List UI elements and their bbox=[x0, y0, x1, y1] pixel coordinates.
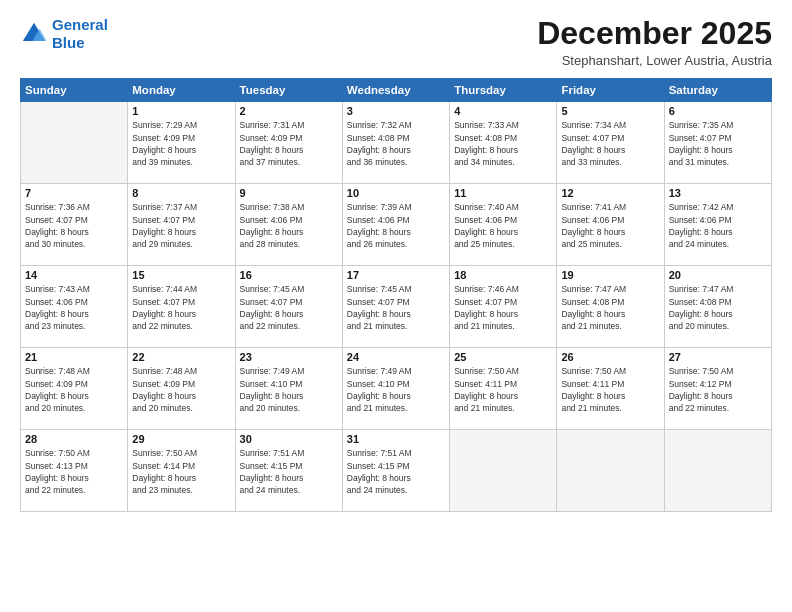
day-info: Sunrise: 7:32 AM Sunset: 4:08 PM Dayligh… bbox=[347, 119, 445, 168]
calendar-cell: 28Sunrise: 7:50 AM Sunset: 4:13 PM Dayli… bbox=[21, 430, 128, 512]
logo-text: General Blue bbox=[52, 16, 108, 52]
day-info: Sunrise: 7:37 AM Sunset: 4:07 PM Dayligh… bbox=[132, 201, 230, 250]
header-row: Sunday Monday Tuesday Wednesday Thursday… bbox=[21, 79, 772, 102]
calendar-cell: 8Sunrise: 7:37 AM Sunset: 4:07 PM Daylig… bbox=[128, 184, 235, 266]
day-info: Sunrise: 7:33 AM Sunset: 4:08 PM Dayligh… bbox=[454, 119, 552, 168]
day-number: 12 bbox=[561, 187, 659, 199]
calendar-week-0: 1Sunrise: 7:29 AM Sunset: 4:09 PM Daylig… bbox=[21, 102, 772, 184]
day-info: Sunrise: 7:38 AM Sunset: 4:06 PM Dayligh… bbox=[240, 201, 338, 250]
calendar-cell: 11Sunrise: 7:40 AM Sunset: 4:06 PM Dayli… bbox=[450, 184, 557, 266]
calendar-cell: 2Sunrise: 7:31 AM Sunset: 4:09 PM Daylig… bbox=[235, 102, 342, 184]
day-number: 3 bbox=[347, 105, 445, 117]
calendar-cell: 4Sunrise: 7:33 AM Sunset: 4:08 PM Daylig… bbox=[450, 102, 557, 184]
day-number: 20 bbox=[669, 269, 767, 281]
calendar-cell: 9Sunrise: 7:38 AM Sunset: 4:06 PM Daylig… bbox=[235, 184, 342, 266]
subtitle: Stephanshart, Lower Austria, Austria bbox=[537, 53, 772, 68]
calendar-cell: 5Sunrise: 7:34 AM Sunset: 4:07 PM Daylig… bbox=[557, 102, 664, 184]
calendar-cell: 12Sunrise: 7:41 AM Sunset: 4:06 PM Dayli… bbox=[557, 184, 664, 266]
calendar-week-1: 7Sunrise: 7:36 AM Sunset: 4:07 PM Daylig… bbox=[21, 184, 772, 266]
day-number: 17 bbox=[347, 269, 445, 281]
day-info: Sunrise: 7:47 AM Sunset: 4:08 PM Dayligh… bbox=[669, 283, 767, 332]
day-number: 2 bbox=[240, 105, 338, 117]
day-info: Sunrise: 7:50 AM Sunset: 4:12 PM Dayligh… bbox=[669, 365, 767, 414]
day-info: Sunrise: 7:31 AM Sunset: 4:09 PM Dayligh… bbox=[240, 119, 338, 168]
day-info: Sunrise: 7:50 AM Sunset: 4:11 PM Dayligh… bbox=[454, 365, 552, 414]
day-number: 21 bbox=[25, 351, 123, 363]
calendar-cell: 27Sunrise: 7:50 AM Sunset: 4:12 PM Dayli… bbox=[664, 348, 771, 430]
day-number: 1 bbox=[132, 105, 230, 117]
day-info: Sunrise: 7:42 AM Sunset: 4:06 PM Dayligh… bbox=[669, 201, 767, 250]
calendar-cell: 21Sunrise: 7:48 AM Sunset: 4:09 PM Dayli… bbox=[21, 348, 128, 430]
calendar-cell: 1Sunrise: 7:29 AM Sunset: 4:09 PM Daylig… bbox=[128, 102, 235, 184]
calendar-cell bbox=[557, 430, 664, 512]
day-number: 30 bbox=[240, 433, 338, 445]
day-info: Sunrise: 7:45 AM Sunset: 4:07 PM Dayligh… bbox=[240, 283, 338, 332]
day-info: Sunrise: 7:51 AM Sunset: 4:15 PM Dayligh… bbox=[347, 447, 445, 496]
day-info: Sunrise: 7:50 AM Sunset: 4:13 PM Dayligh… bbox=[25, 447, 123, 496]
day-number: 6 bbox=[669, 105, 767, 117]
day-info: Sunrise: 7:49 AM Sunset: 4:10 PM Dayligh… bbox=[240, 365, 338, 414]
day-number: 10 bbox=[347, 187, 445, 199]
day-info: Sunrise: 7:43 AM Sunset: 4:06 PM Dayligh… bbox=[25, 283, 123, 332]
th-friday: Friday bbox=[557, 79, 664, 102]
day-info: Sunrise: 7:35 AM Sunset: 4:07 PM Dayligh… bbox=[669, 119, 767, 168]
day-number: 8 bbox=[132, 187, 230, 199]
header: General Blue December 2025 Stephanshart,… bbox=[20, 16, 772, 68]
calendar-week-4: 28Sunrise: 7:50 AM Sunset: 4:13 PM Dayli… bbox=[21, 430, 772, 512]
day-number: 19 bbox=[561, 269, 659, 281]
day-info: Sunrise: 7:41 AM Sunset: 4:06 PM Dayligh… bbox=[561, 201, 659, 250]
day-info: Sunrise: 7:49 AM Sunset: 4:10 PM Dayligh… bbox=[347, 365, 445, 414]
calendar-cell: 22Sunrise: 7:48 AM Sunset: 4:09 PM Dayli… bbox=[128, 348, 235, 430]
calendar-cell: 25Sunrise: 7:50 AM Sunset: 4:11 PM Dayli… bbox=[450, 348, 557, 430]
calendar-cell: 19Sunrise: 7:47 AM Sunset: 4:08 PM Dayli… bbox=[557, 266, 664, 348]
logo-icon bbox=[20, 20, 48, 48]
calendar-cell: 7Sunrise: 7:36 AM Sunset: 4:07 PM Daylig… bbox=[21, 184, 128, 266]
day-info: Sunrise: 7:51 AM Sunset: 4:15 PM Dayligh… bbox=[240, 447, 338, 496]
day-number: 26 bbox=[561, 351, 659, 363]
calendar-cell: 31Sunrise: 7:51 AM Sunset: 4:15 PM Dayli… bbox=[342, 430, 449, 512]
day-number: 27 bbox=[669, 351, 767, 363]
day-number: 29 bbox=[132, 433, 230, 445]
logo-line1: General bbox=[52, 16, 108, 33]
th-tuesday: Tuesday bbox=[235, 79, 342, 102]
day-number: 14 bbox=[25, 269, 123, 281]
calendar-cell: 10Sunrise: 7:39 AM Sunset: 4:06 PM Dayli… bbox=[342, 184, 449, 266]
day-number: 7 bbox=[25, 187, 123, 199]
logo: General Blue bbox=[20, 16, 108, 52]
day-info: Sunrise: 7:40 AM Sunset: 4:06 PM Dayligh… bbox=[454, 201, 552, 250]
logo-line2: Blue bbox=[52, 34, 85, 51]
day-number: 22 bbox=[132, 351, 230, 363]
day-info: Sunrise: 7:50 AM Sunset: 4:14 PM Dayligh… bbox=[132, 447, 230, 496]
day-number: 18 bbox=[454, 269, 552, 281]
day-info: Sunrise: 7:39 AM Sunset: 4:06 PM Dayligh… bbox=[347, 201, 445, 250]
day-info: Sunrise: 7:48 AM Sunset: 4:09 PM Dayligh… bbox=[25, 365, 123, 414]
day-number: 9 bbox=[240, 187, 338, 199]
day-number: 11 bbox=[454, 187, 552, 199]
day-number: 25 bbox=[454, 351, 552, 363]
calendar-cell: 26Sunrise: 7:50 AM Sunset: 4:11 PM Dayli… bbox=[557, 348, 664, 430]
day-number: 24 bbox=[347, 351, 445, 363]
th-saturday: Saturday bbox=[664, 79, 771, 102]
th-sunday: Sunday bbox=[21, 79, 128, 102]
calendar-cell: 13Sunrise: 7:42 AM Sunset: 4:06 PM Dayli… bbox=[664, 184, 771, 266]
day-info: Sunrise: 7:36 AM Sunset: 4:07 PM Dayligh… bbox=[25, 201, 123, 250]
day-number: 31 bbox=[347, 433, 445, 445]
day-info: Sunrise: 7:34 AM Sunset: 4:07 PM Dayligh… bbox=[561, 119, 659, 168]
calendar-cell: 24Sunrise: 7:49 AM Sunset: 4:10 PM Dayli… bbox=[342, 348, 449, 430]
calendar-week-2: 14Sunrise: 7:43 AM Sunset: 4:06 PM Dayli… bbox=[21, 266, 772, 348]
day-number: 4 bbox=[454, 105, 552, 117]
calendar-cell bbox=[21, 102, 128, 184]
calendar-week-3: 21Sunrise: 7:48 AM Sunset: 4:09 PM Dayli… bbox=[21, 348, 772, 430]
calendar-cell: 6Sunrise: 7:35 AM Sunset: 4:07 PM Daylig… bbox=[664, 102, 771, 184]
day-info: Sunrise: 7:29 AM Sunset: 4:09 PM Dayligh… bbox=[132, 119, 230, 168]
calendar-cell: 15Sunrise: 7:44 AM Sunset: 4:07 PM Dayli… bbox=[128, 266, 235, 348]
page: General Blue December 2025 Stephanshart,… bbox=[0, 0, 792, 612]
calendar-cell bbox=[664, 430, 771, 512]
calendar-cell: 23Sunrise: 7:49 AM Sunset: 4:10 PM Dayli… bbox=[235, 348, 342, 430]
calendar-cell: 30Sunrise: 7:51 AM Sunset: 4:15 PM Dayli… bbox=[235, 430, 342, 512]
day-info: Sunrise: 7:45 AM Sunset: 4:07 PM Dayligh… bbox=[347, 283, 445, 332]
day-number: 23 bbox=[240, 351, 338, 363]
day-number: 16 bbox=[240, 269, 338, 281]
calendar-cell: 16Sunrise: 7:45 AM Sunset: 4:07 PM Dayli… bbox=[235, 266, 342, 348]
calendar-cell bbox=[450, 430, 557, 512]
